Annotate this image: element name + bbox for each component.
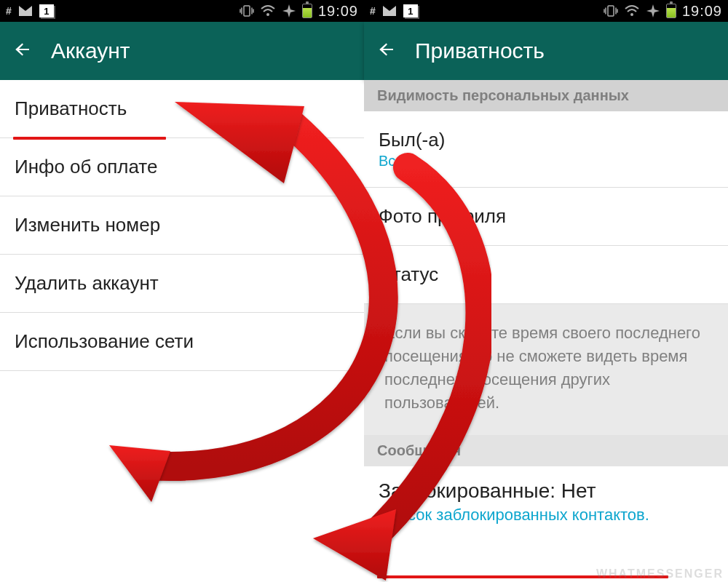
row-label: Использование сети bbox=[15, 330, 194, 352]
privacy-item-blocked[interactable]: Заблокированные: Нет Список заблокирован… bbox=[364, 466, 728, 541]
mail-icon bbox=[19, 6, 32, 16]
status-right: 19:09 bbox=[240, 3, 358, 20]
row-label: Инфо об оплате bbox=[15, 156, 157, 178]
vibrate-icon bbox=[240, 4, 254, 17]
back-arrow-icon[interactable] bbox=[377, 39, 397, 63]
content-area: Приватность Инфо об оплате Изменить номе… bbox=[0, 80, 364, 582]
menu-item-network-usage[interactable]: Использование сети bbox=[0, 313, 364, 371]
info-note: Если вы скроете время своего последнего … bbox=[364, 304, 728, 435]
hash-icon: # bbox=[6, 5, 12, 17]
sim-badge: 1 bbox=[39, 4, 54, 17]
svg-point-1 bbox=[266, 13, 269, 16]
svg-point-3 bbox=[630, 13, 633, 16]
privacy-item-profile-photo[interactable]: Фото профиля bbox=[364, 188, 728, 246]
menu-item-payment-info[interactable]: Инфо об оплате bbox=[0, 138, 364, 196]
section-messages: Сообщения bbox=[364, 435, 728, 466]
privacy-item-status[interactable]: Статус bbox=[364, 246, 728, 304]
app-header: Аккаунт bbox=[0, 22, 364, 80]
row-label: Статус bbox=[379, 263, 438, 285]
menu-item-change-number[interactable]: Изменить номер bbox=[0, 196, 364, 255]
svg-rect-0 bbox=[244, 6, 250, 16]
phone-left-account: # 1 19:09 Аккаунт Приватность bbox=[0, 0, 364, 582]
phone-right-privacy: # 1 19:09 Приватность Видимость персонал… bbox=[364, 0, 728, 582]
row-label: Изменить номер bbox=[15, 214, 160, 236]
airplane-icon bbox=[646, 4, 660, 18]
battery-icon bbox=[302, 4, 312, 18]
row-label: Приватность bbox=[15, 97, 127, 119]
blocked-subtitle: Список заблокированных контактов. bbox=[379, 506, 713, 525]
status-bar: # 1 19:09 bbox=[364, 0, 728, 22]
sim-badge: 1 bbox=[403, 4, 418, 17]
wifi-icon bbox=[260, 4, 276, 17]
row-label: Удалить аккаунт bbox=[15, 272, 159, 294]
menu-item-privacy[interactable]: Приватность bbox=[0, 80, 364, 138]
header-title: Аккаунт bbox=[51, 39, 130, 63]
wifi-icon bbox=[624, 4, 640, 17]
status-left: # 1 bbox=[370, 4, 418, 17]
status-left: # 1 bbox=[6, 4, 54, 17]
status-time: 19:09 bbox=[318, 3, 358, 20]
row-label: Был(-а) bbox=[379, 129, 713, 151]
watermark: WHATMESSENGER bbox=[596, 567, 724, 581]
content-area: Видимость персональных данных Был(-а) Вс… bbox=[364, 80, 728, 582]
status-bar: # 1 19:09 bbox=[0, 0, 364, 22]
privacy-item-last-seen[interactable]: Был(-а) Все bbox=[364, 111, 728, 188]
header-title: Приватность bbox=[415, 39, 545, 63]
status-time: 19:09 bbox=[682, 3, 722, 20]
status-right: 19:09 bbox=[604, 3, 722, 20]
menu-item-delete-account[interactable]: Удалить аккаунт bbox=[0, 255, 364, 313]
back-arrow-icon[interactable] bbox=[13, 39, 33, 63]
blocked-title: Заблокированные: Нет bbox=[379, 479, 713, 503]
airplane-icon bbox=[282, 4, 296, 18]
annotation-underline bbox=[13, 137, 166, 140]
mail-icon bbox=[383, 6, 396, 16]
hash-icon: # bbox=[370, 5, 376, 17]
vibrate-icon bbox=[604, 4, 618, 17]
section-visibility: Видимость персональных данных bbox=[364, 80, 728, 111]
row-label: Фото профиля bbox=[379, 205, 506, 227]
app-header: Приватность bbox=[364, 22, 728, 80]
svg-rect-2 bbox=[608, 6, 614, 16]
battery-icon bbox=[666, 4, 676, 18]
row-value: Все bbox=[379, 153, 713, 170]
